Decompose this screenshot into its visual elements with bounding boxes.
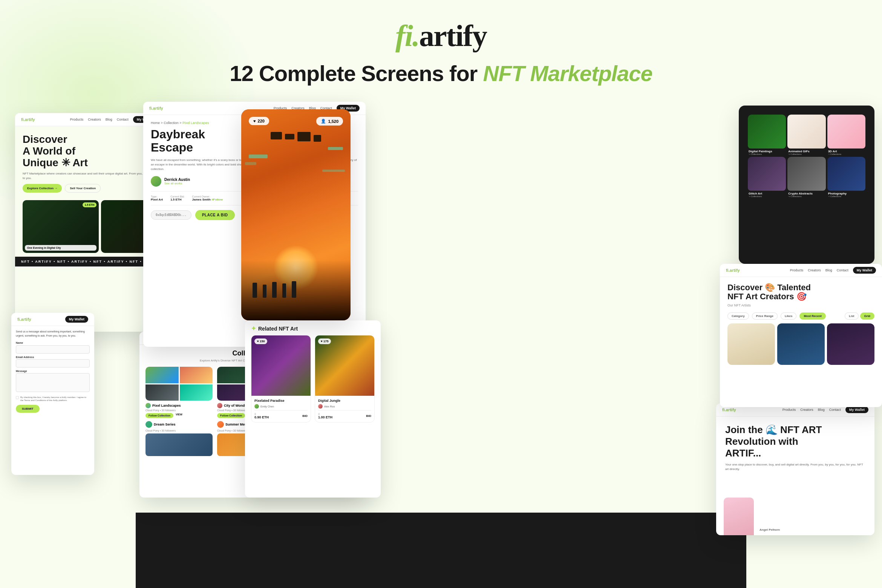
filter-recent[interactable]: Most Recent [799,312,826,320]
nav-contact[interactable]: Contact [117,118,129,121]
nav-products[interactable]: Products [70,118,84,121]
owner-link[interactable]: #Follow [211,198,223,201]
home-hero: Discover A World of Unique ✳ Art NFT Mar… [15,126,162,196]
sell-button[interactable]: Sell Your Creation [65,184,101,193]
pixelated-likes-count: 150 [260,340,265,343]
cat-sub-1: by Collections [748,153,786,155]
breadcrumb-collection[interactable]: Collection [164,121,179,125]
email-input[interactable] [16,359,90,368]
join-wallet-button[interactable]: My Wallet [845,406,868,413]
artists-title-line2: NFT Art Creators 🎯 [727,292,807,301]
logo-prefix: fi. [395,19,419,52]
filter-category[interactable]: Category [727,312,749,320]
nav-blog[interactable]: Blog [106,118,112,121]
artist-card-2[interactable] [777,323,825,365]
screen-home: fi.artify Products Creators Blog Contact… [15,113,162,332]
bid-label: Current Bid: [170,195,184,198]
pixel-img-grid [145,367,213,401]
artist-card-3[interactable] [827,323,874,365]
cat-label-5: Crypto Abstracts [787,191,825,195]
jungle-likes-count: 175 [323,340,328,343]
related-title-text: Related NFT Art [258,326,298,332]
jungle-bid-btn[interactable]: BID [366,414,371,418]
cat-glitch-art[interactable]: Glitch Art by Collections [748,157,786,198]
message-input[interactable] [16,373,90,392]
likes-count: 220 [258,119,265,123]
detail-nav-logo: fi.artify [149,106,163,110]
figures [253,279,339,298]
name-input[interactable] [16,345,90,354]
breadcrumb-home[interactable]: Home [151,121,160,125]
cat-thumb-2 [787,115,825,149]
artists-nav-blog[interactable]: Blog [825,268,832,272]
nav-creators[interactable]: Creators [88,118,101,121]
cat-thumb-6 [827,157,865,191]
pixel-view[interactable]: VIEW [176,413,182,418]
filter-price[interactable]: Price Range [752,312,778,320]
filter-likes[interactable]: Likes [781,312,796,320]
artists-wallet-button[interactable]: My Wallet [853,267,876,274]
view-grid[interactable]: Grid [860,312,874,320]
terms-checkbox[interactable] [16,396,19,399]
artists-nav-creators[interactable]: Creators [808,268,821,272]
name-label: Name [16,341,90,344]
heart-icon: ♥ [253,119,256,123]
submit-button[interactable]: SUBMIT [16,405,40,413]
contact-wallet-button[interactable]: My Wallet [65,316,88,323]
pixelated-price-value: 0.90 ETH [254,415,269,419]
pixelated-bid-btn[interactable]: BID [302,414,308,418]
owner-label: Current Owner: [192,195,223,198]
categories-content: Digital Paintings by Collections Animate… [739,106,874,207]
angel-image [724,498,754,535]
cat-3d-art[interactable]: 3D Art by Collections [827,115,865,155]
price-badge: 1.5 ETH [83,202,97,207]
join-nav-creators[interactable]: Creators [800,408,813,412]
home-image-1: 1.5 ETH One Evening in Digital City [23,200,99,253]
explore-button[interactable]: Explore Collection → [23,184,62,193]
artists-subtitle: Our NFT Artists [727,303,874,307]
dream-avatar [145,421,152,428]
type-value: Pixel Art [151,198,163,201]
person-icon: 👤 [321,119,326,124]
pixel-cell-4 [180,384,213,401]
cat-animated-gifs[interactable]: Animated GIFs by Collections [787,115,825,155]
join-nav-logo: fi.artify [722,407,736,412]
pixelated-info: Pixelated Paradise Emily Chen Ξ 0.90 ETH… [251,396,311,422]
cat-digital-paintings[interactable]: Digital Paintings by Collections [748,115,786,155]
screen-contact: fi.artify My Wallet Send us a message ab… [11,313,94,475]
join-nav-products[interactable]: Products [782,408,796,412]
cat-crypto-abstracts[interactable]: Crypto Abstracts by Collections [787,157,825,198]
cat-thumb-5 [787,157,825,191]
contact-nav-logo: fi.artify [17,317,31,322]
artists-nav-contact[interactable]: Contact [837,268,848,272]
cat-photography[interactable]: Photography by Collections [827,157,865,198]
artist-card-1[interactable] [727,323,775,365]
figure-1 [253,283,257,298]
pixel-follow[interactable]: Follow Collection [145,413,173,418]
heart-icon-2: ♥ [321,340,323,343]
jungle-author-name: Alex Roo [324,405,335,408]
home-subtitle: NFT Marketplace where creators can showc… [23,172,155,180]
cat-thumb-1 [748,115,786,149]
breadcrumb-active[interactable]: Pixel Landscapes [182,121,209,125]
place-bid-button[interactable]: PLACE A BID [195,210,235,220]
related-card-pixelated[interactable]: ♥ 150 Pixelated Paradise Emily Chen Ξ 0.… [251,335,311,423]
view-list[interactable]: List [845,312,858,320]
author-link[interactable]: See all works [164,182,190,185]
address-button[interactable]: 0x8qcEdBDABD6b... [151,210,191,220]
jungle-author-dot [318,404,323,409]
join-nav-contact[interactable]: Contact [829,408,841,412]
terrain-2 [285,134,294,139]
artists-nav-products[interactable]: Products [790,268,804,272]
cat-label-1: Digital Paintings [748,149,786,153]
figure-2 [263,285,266,298]
join-nav-blog[interactable]: Blog [818,408,825,412]
tagline-highlight: NFT Marketplace [483,61,652,86]
join-nav-links: Products Creators Blog Contact [782,408,841,412]
artists-header: Discover 🎨 Talented NFT Art Creators 🎯 O… [720,277,882,312]
related-card-jungle[interactable]: ♥ 175 Digital Jungle Alex Roo Ξ 1.00 ETH [315,335,375,423]
cat-sub-2: by Collections [787,153,825,155]
art-views: 👤 1,520 [316,117,343,126]
city-follow[interactable]: Follow Collection [217,413,245,418]
tagline: 12 Complete Screens for NFT Marketplace [0,61,882,86]
